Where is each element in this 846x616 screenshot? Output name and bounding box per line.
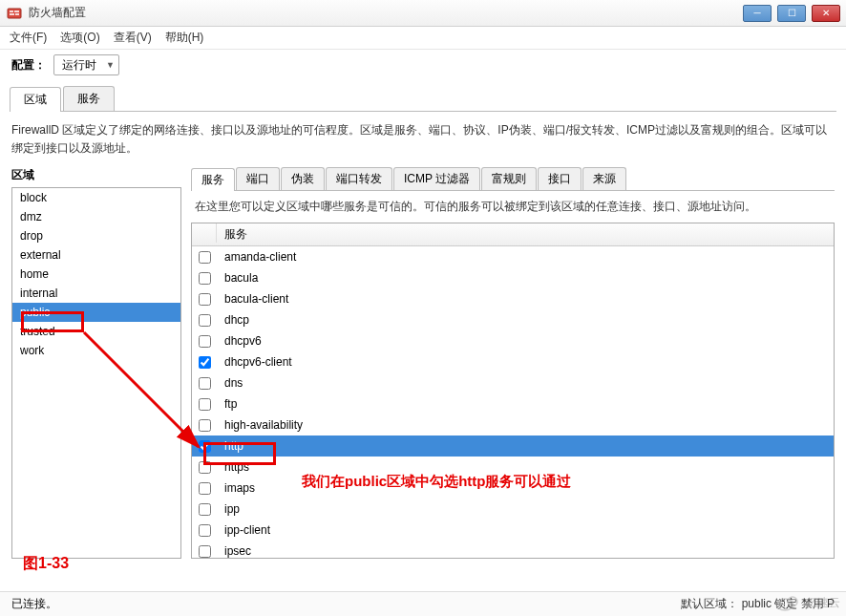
zone-item-dmz[interactable]: dmz (12, 207, 180, 226)
status-connected: 已连接。 (11, 596, 681, 612)
chevron-down-icon: ▼ (106, 60, 115, 70)
right-pane: 服务端口伪装端口转发ICMP 过滤器富规则接口来源 在这里您可以定义区域中哪些服… (191, 167, 835, 559)
close-button[interactable]: ✕ (812, 5, 840, 22)
header-service-col: 服务 (217, 223, 834, 245)
menu-view[interactable]: 查看(V) (114, 30, 152, 46)
service-row-ipp-client[interactable]: ipp-client (192, 520, 834, 541)
inner-tab[interactable]: 富规则 (481, 167, 537, 190)
service-checkbox-bacula[interactable] (199, 272, 211, 285)
zones-description: FirewallD 区域定义了绑定的网络连接、接口以及源地址的可信程度。区域是服… (11, 121, 835, 158)
config-combo[interactable]: 运行时 ▼ (53, 54, 119, 75)
services-description: 在这里您可以定义区域中哪些服务是可信的。可信的服务可以被绑定到该区域的任意连接、… (195, 199, 831, 215)
service-row-ipsec[interactable]: ipsec (192, 541, 834, 558)
inner-tab[interactable]: 端口 (236, 167, 280, 190)
service-row-http[interactable]: http (192, 435, 834, 457)
inner-tab[interactable]: 端口转发 (326, 167, 392, 190)
service-checkbox-dhcp[interactable] (199, 314, 211, 327)
zone-item-internal[interactable]: internal (12, 284, 180, 303)
service-checkbox-ftp[interactable] (199, 398, 211, 411)
window-title: 防火墙配置 (29, 5, 743, 21)
service-checkbox-imaps[interactable] (199, 482, 211, 495)
minimize-button[interactable]: ─ (743, 5, 772, 22)
zone-item-drop[interactable]: drop (12, 226, 180, 245)
service-checkbox-dhcpv6-client[interactable] (199, 356, 211, 369)
service-row-bacula[interactable]: bacula (192, 267, 834, 288)
svg-rect-3 (10, 13, 14, 15)
service-name: ipsec (217, 544, 834, 558)
service-row-amanda-client[interactable]: amanda-client (192, 246, 834, 267)
menubar: 文件(F) 选项(O) 查看(V) 帮助(H) (0, 27, 846, 50)
svg-point-9 (789, 603, 791, 605)
config-row: 配置： 运行时 ▼ (0, 50, 846, 80)
service-checkbox-https[interactable] (199, 461, 211, 474)
statusbar: 已连接。 默认区域： public 锁定 禁用 P (0, 591, 846, 616)
inner-tab[interactable]: 伪装 (281, 167, 325, 190)
service-row-bacula-client[interactable]: bacula-client (192, 288, 834, 309)
services-table: 服务 amanda-clientbaculabacula-clientdhcpd… (191, 223, 835, 559)
zone-item-home[interactable]: home (12, 265, 180, 284)
tab-services[interactable]: 服务 (63, 86, 115, 111)
inner-tabrow: 服务端口伪装端口转发ICMP 过滤器富规则接口来源 (191, 167, 835, 191)
annotation-note: 我们在public区域中勾选http服务可以通过 (302, 473, 571, 491)
zone-item-trusted[interactable]: trusted (12, 322, 180, 341)
watermark-text: 亿速云 (806, 595, 840, 611)
left-pane: 区域 blockdmzdropexternalhomeinternalpubli… (11, 167, 181, 559)
maximize-button[interactable]: ☐ (777, 5, 806, 22)
zone-list-title: 区域 (11, 167, 181, 183)
service-checkbox-amanda-client[interactable] (199, 251, 211, 264)
zone-list[interactable]: blockdmzdropexternalhomeinternalpublictr… (11, 187, 181, 559)
service-checkbox-dhcpv6[interactable] (199, 335, 211, 348)
service-row-dhcp[interactable]: dhcp (192, 309, 834, 330)
services-body[interactable]: amanda-clientbaculabacula-clientdhcpdhcp… (192, 246, 834, 558)
inner-tab[interactable]: 服务 (191, 168, 235, 191)
svg-rect-2 (14, 11, 19, 12)
config-value: 运行时 (62, 57, 96, 74)
service-checkbox-http[interactable] (199, 440, 211, 453)
service-name: ipp-client (217, 523, 834, 537)
menu-file[interactable]: 文件(F) (10, 30, 47, 46)
service-name: ipp (217, 502, 834, 516)
titlebar: 防火墙配置 ─ ☐ ✕ (0, 0, 846, 27)
tab-zones[interactable]: 区域 (10, 87, 61, 112)
service-name: dhcpv6 (217, 334, 834, 348)
watermark: 亿速云 (773, 593, 840, 612)
inner-tab[interactable]: ICMP 过滤器 (393, 167, 480, 190)
service-row-ftp[interactable]: ftp (192, 393, 834, 414)
menu-options[interactable]: 选项(O) (60, 30, 99, 46)
zone-item-public[interactable]: public (12, 303, 180, 322)
config-label: 配置： (11, 57, 46, 74)
service-row-dhcpv6[interactable]: dhcpv6 (192, 330, 834, 351)
service-checkbox-ipsec[interactable] (199, 545, 211, 558)
service-name: dhcp (217, 313, 834, 327)
svg-rect-4 (15, 13, 19, 15)
service-name: bacula-client (217, 292, 834, 306)
app-icon (6, 5, 23, 22)
menu-help[interactable]: 帮助(H) (165, 30, 204, 46)
service-checkbox-bacula-client[interactable] (199, 293, 211, 306)
service-name: high-availability (217, 418, 834, 432)
service-row-dns[interactable]: dns (192, 372, 834, 393)
zone-item-external[interactable]: external (12, 245, 180, 265)
zone-item-work[interactable]: work (12, 341, 180, 360)
service-name: http (217, 439, 834, 453)
main-split: 区域 blockdmzdropexternalhomeinternalpubli… (11, 167, 835, 559)
service-name: bacula (217, 271, 834, 285)
window-controls: ─ ☐ ✕ (743, 5, 844, 22)
service-row-ipp[interactable]: ipp (192, 499, 834, 520)
service-checkbox-high-availability[interactable] (199, 419, 211, 432)
service-name: dhcpv6-client (217, 355, 834, 369)
service-row-dhcpv6-client[interactable]: dhcpv6-client (192, 351, 834, 372)
service-name: amanda-client (217, 250, 834, 264)
service-name: dns (217, 376, 834, 390)
inner-tab[interactable]: 来源 (582, 167, 626, 190)
outer-tabs: 区域 服务 (10, 86, 836, 112)
svg-rect-1 (10, 11, 13, 12)
service-checkbox-ipp[interactable] (199, 503, 211, 516)
inner-tab[interactable]: 接口 (538, 167, 582, 190)
service-checkbox-ipp-client[interactable] (199, 524, 211, 537)
service-name: ftp (217, 397, 834, 411)
service-row-high-availability[interactable]: high-availability (192, 414, 834, 435)
zone-item-block[interactable]: block (12, 188, 180, 207)
outer-tabrow: 区域 服务 (10, 86, 836, 112)
service-checkbox-dns[interactable] (199, 377, 211, 390)
